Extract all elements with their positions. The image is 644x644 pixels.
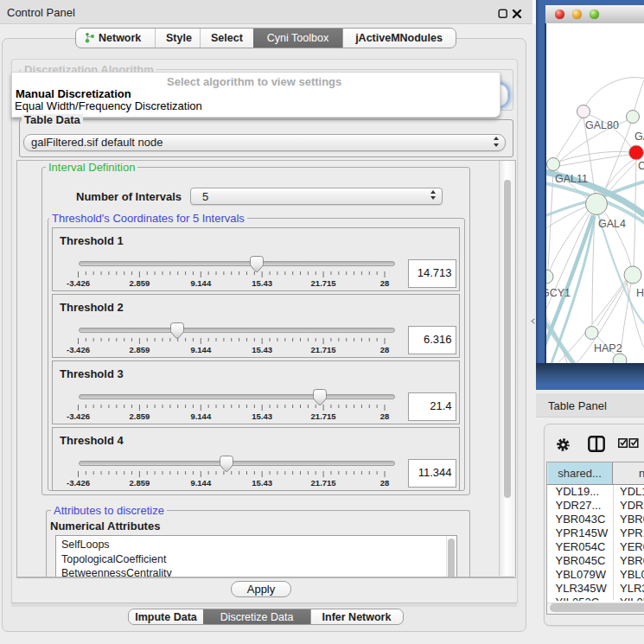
svg-text:GAL11: GAL11 [555, 173, 588, 185]
svg-text:GAL4: GAL4 [598, 218, 626, 230]
svg-text:GAL80: GAL80 [585, 119, 619, 131]
svg-text:C: C [638, 160, 644, 172]
svg-text:H: H [636, 287, 644, 299]
svg-text:GCY1: GCY1 [546, 287, 571, 299]
svg-text:HAP2: HAP2 [594, 342, 622, 354]
svg-text:GA: GA [634, 131, 644, 143]
